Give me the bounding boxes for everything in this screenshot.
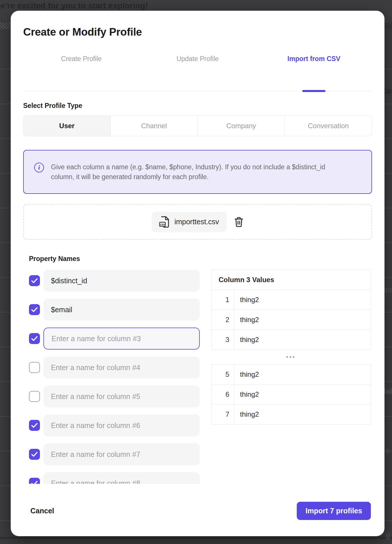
create-or-modify-profile-dialog: Create or Modify Profile Create Profile … (11, 11, 384, 536)
column-2-checkbox[interactable] (29, 304, 40, 315)
column-1-checkbox[interactable] (29, 275, 40, 286)
preview-table-bottom: 5 thing2 6 thing2 7 thing2 (211, 364, 371, 424)
trash-icon (234, 217, 243, 227)
select-profile-type-label: Select Profile Type (23, 102, 372, 110)
profile-type-company[interactable]: Company (198, 116, 285, 136)
table-row: 7 thing2 (212, 405, 371, 424)
row-value: thing2 (234, 290, 371, 310)
column-3-name-input[interactable] (43, 328, 200, 350)
column-values-preview: Column 3 Values 1 thing2 2 thing2 3 thin… (211, 270, 371, 484)
csv-file-icon: csv (159, 216, 170, 228)
tab-update-profile[interactable]: Update Profile (140, 54, 256, 63)
check-icon (31, 481, 38, 484)
column-5-checkbox[interactable] (29, 391, 40, 402)
row-value: thing2 (234, 310, 371, 330)
preview-table-top: Column 3 Values 1 thing2 2 thing2 3 thin… (211, 270, 371, 350)
background-hatch-pattern (0, 23, 12, 29)
row-number: 6 (212, 385, 234, 404)
column-7-checkbox[interactable] (29, 449, 40, 460)
table-row: 1 thing2 (212, 290, 371, 310)
row-number: 2 (212, 310, 234, 330)
info-banner-text: Give each column a name (e.g. $name, $ph… (51, 162, 345, 182)
column-5-name-input[interactable] (43, 385, 200, 407)
background-bottom-strip (0, 537, 392, 539)
column-1-name-input[interactable] (43, 270, 200, 292)
tab-import-from-csv[interactable]: Import from CSV (256, 54, 372, 63)
table-row: 6 thing2 (212, 385, 371, 405)
csv-dropzone[interactable]: csv importtest.csv (23, 204, 372, 240)
background-text-fragment: g (386, 531, 390, 540)
column-8-checkbox[interactable] (29, 478, 40, 484)
check-icon (31, 336, 38, 341)
column-8-name-input[interactable] (43, 472, 200, 484)
check-icon (31, 423, 38, 428)
row-number: 5 (212, 365, 234, 384)
rows-ellipsis: ••• (211, 350, 371, 364)
preview-table-header: Column 3 Values (212, 270, 371, 290)
column-7-name-input[interactable] (43, 443, 200, 465)
table-row: 3 thing2 (212, 330, 371, 350)
background-table-lines-left (0, 35, 11, 544)
column-4-checkbox[interactable] (29, 362, 40, 373)
column-6-name-input[interactable] (43, 414, 200, 436)
property-row-2 (23, 299, 200, 321)
background-text-fragment: a (385, 446, 389, 455)
row-number: 3 (212, 330, 234, 350)
column-4-name-input[interactable] (43, 356, 200, 378)
dialog-tabs: Create Profile Update Profile Import fro… (23, 54, 372, 91)
row-value: thing2 (234, 385, 371, 404)
property-row-6 (23, 414, 200, 436)
row-value: thing2 (234, 365, 371, 384)
row-number: 1 (212, 290, 234, 310)
svg-text:csv: csv (160, 223, 165, 226)
uploaded-file-name: importtest.csv (174, 218, 219, 226)
property-row-4 (23, 356, 200, 378)
column-2-name-input[interactable] (43, 299, 200, 321)
tab-create-profile[interactable]: Create Profile (23, 54, 140, 63)
table-row: 5 thing2 (212, 365, 371, 385)
background-text-fragment: ata (383, 286, 392, 294)
profile-type-segmented-control: User Channel Company Conversation (23, 115, 372, 136)
property-row-8 (23, 472, 200, 484)
profile-type-conversation[interactable]: Conversation (285, 116, 372, 136)
check-icon (31, 452, 38, 457)
dialog-footer: Cancel Import 7 profiles (23, 502, 372, 520)
profile-type-user[interactable]: User (23, 116, 111, 136)
info-icon: i (34, 163, 44, 172)
property-row-7 (23, 443, 200, 465)
property-names-heading: Property Names (29, 255, 372, 263)
property-row-3 (23, 328, 200, 350)
check-icon (31, 278, 38, 283)
dialog-title: Create or Modify Profile (23, 26, 372, 38)
row-value: thing2 (234, 405, 371, 424)
profile-type-channel[interactable]: Channel (111, 116, 198, 136)
row-value: thing2 (234, 330, 371, 350)
check-icon (31, 307, 38, 312)
background-text-fragment: lab (384, 387, 392, 396)
property-list (23, 270, 200, 484)
column-3-checkbox[interactable] (29, 333, 40, 344)
active-tab-indicator (302, 90, 325, 92)
row-number: 7 (212, 405, 234, 424)
property-row-1 (23, 270, 200, 292)
table-row: 2 thing2 (212, 310, 371, 330)
import-profiles-button[interactable]: Import 7 profiles (297, 502, 371, 520)
delete-file-button[interactable] (234, 217, 243, 227)
property-row-5 (23, 385, 200, 407)
column-6-checkbox[interactable] (29, 420, 40, 431)
cancel-button[interactable]: Cancel (30, 507, 54, 515)
uploaded-file-chip[interactable]: csv importtest.csv (152, 212, 226, 232)
mapping-area: Column 3 Values 1 thing2 2 thing2 3 thin… (23, 270, 372, 484)
background-headline-fragment: e're excited for you to start exploring! (1, 1, 148, 10)
info-banner: i Give each column a name (e.g. $name, $… (23, 150, 372, 194)
